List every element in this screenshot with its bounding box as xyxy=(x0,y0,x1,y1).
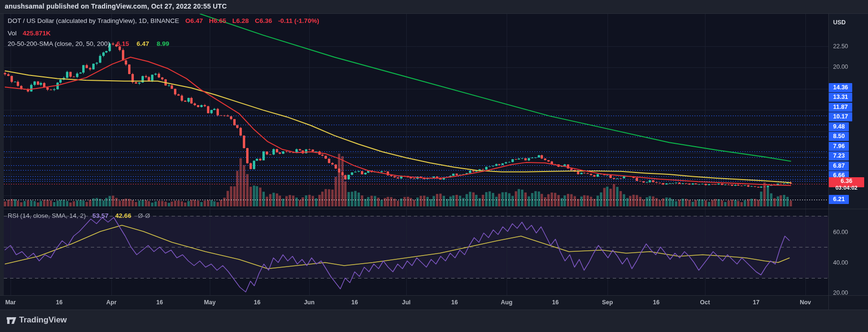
time-axis-label: 16 xyxy=(653,299,660,306)
price-level-tag[interactable]: 9.48 xyxy=(829,122,849,131)
price-level-tag[interactable]: 7.96 xyxy=(829,142,849,151)
sma-label: 20-50-200-SMA (close, 20, 50, 200) xyxy=(8,40,110,47)
time-axis-label: 16 xyxy=(56,299,63,306)
chart-canvas[interactable] xyxy=(0,0,868,332)
price-level-tag[interactable]: 6.87 xyxy=(829,161,849,171)
price-level-tag[interactable]: 6.21 xyxy=(829,195,849,204)
change-value: -0.11 (-1.70%) xyxy=(278,17,319,24)
footer-bar: TradingView xyxy=(0,310,868,332)
time-axis-label: Aug xyxy=(501,299,512,306)
volume-label: Vol xyxy=(8,30,17,37)
rsi-legend[interactable]: RSI (14, close, SMA, 14, 2) 53.57 42.66 … xyxy=(8,212,150,219)
price-level-tag[interactable]: 7.23 xyxy=(829,151,849,161)
symbol-legend[interactable]: DOT / US Dollar (calculated by TradingVi… xyxy=(8,17,319,24)
time-axis-label: 17 xyxy=(753,299,760,306)
price-level-tag[interactable]: 13.31 xyxy=(829,93,852,102)
time-axis-label: Nov xyxy=(800,299,811,306)
price-level-tag[interactable]: 14.36 xyxy=(829,83,852,92)
price-level-tag[interactable]: 10.17 xyxy=(829,112,852,121)
time-axis-label: 16 xyxy=(552,299,559,306)
volume-legend[interactable]: Vol 425.871K xyxy=(8,30,51,37)
price-level-tag[interactable]: 8.50 xyxy=(829,132,849,141)
rsi-label: RSI (14, close, SMA, 14, 2) xyxy=(8,212,86,219)
sma-legend[interactable]: 20-50-200-SMA (close, 20, 50, 200) 6.15 … xyxy=(8,40,169,47)
current-price-tag[interactable]: 6.36 03:04:02 xyxy=(829,177,864,187)
rsi-empty-values: Ø-Ø xyxy=(138,212,150,219)
tradingview-brand-text[interactable]: TradingView xyxy=(19,315,67,325)
sma20-value: 6.15 xyxy=(117,40,129,47)
price-axis-scale[interactable]: 6.666.877.237.968.509.4810.1711.8713.311… xyxy=(829,0,868,310)
sma200-value: 8.99 xyxy=(157,40,169,47)
time-axis-scale[interactable]: Mar16Apr16May16Jun16Jul16Aug16Sep16Oct17… xyxy=(0,295,868,310)
ohlc-high: H6.65 xyxy=(209,17,226,24)
published-line: anushsamal published on TradingView.com,… xyxy=(5,2,227,10)
time-axis-label: 16 xyxy=(451,299,458,306)
time-axis-label: Sep xyxy=(602,299,613,306)
ohlc-low: L6.28 xyxy=(232,17,249,24)
rsi-value: 53.57 xyxy=(92,212,108,219)
time-axis-label: 16 xyxy=(254,299,260,306)
time-axis-label: Jun xyxy=(304,299,315,306)
time-axis-label: Mar xyxy=(5,299,16,306)
time-axis-label: Oct xyxy=(700,299,710,306)
sma50-value: 6.47 xyxy=(137,40,149,47)
time-axis-label: Jul xyxy=(402,299,411,306)
tradingview-published-chart: anushsamal published on TradingView.com,… xyxy=(0,0,868,332)
ohlc-close: C6.36 xyxy=(255,17,272,24)
rsi-ma-value: 42.66 xyxy=(115,212,131,219)
time-axis-label: Apr xyxy=(106,299,117,306)
tradingview-logo-icon[interactable] xyxy=(6,315,17,328)
price-level-tag[interactable]: 11.87 xyxy=(829,103,852,112)
ohlc-open: O6.47 xyxy=(185,17,203,24)
symbol-title: DOT / US Dollar (calculated by TradingVi… xyxy=(8,17,179,24)
time-axis-label: 16 xyxy=(156,299,163,306)
time-axis-label: May xyxy=(204,299,216,306)
current-price-value: 6.36 xyxy=(829,178,864,185)
volume-value: 425.871K xyxy=(23,30,51,37)
time-axis-label: 16 xyxy=(351,299,358,306)
bar-countdown: 03:04:02 xyxy=(829,185,864,191)
